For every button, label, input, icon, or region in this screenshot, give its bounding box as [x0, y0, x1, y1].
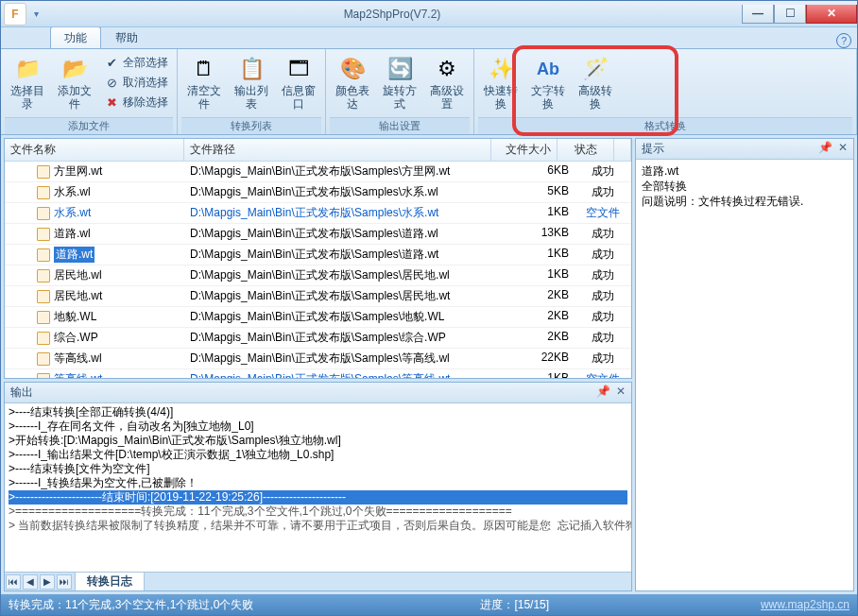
table-row[interactable]: 等高线.wlD:\Mapgis_Main\Bin\正式发布版\Samples\等… — [5, 349, 631, 369]
log-first[interactable]: ⏮ — [6, 574, 21, 590]
table-row[interactable]: 等高线.wtD:\Mapgis_Main\Bin\正式发布版\Samples\等… — [5, 369, 631, 378]
output-line: >----结束转换[文件为空文件] — [9, 462, 627, 476]
hint-panel: 提示 📌✕ 道路.wt 全部转换 问题说明：文件转换过程无错误. — [635, 138, 854, 591]
output-list-button[interactable]: 📋输出列表 — [229, 51, 274, 113]
grid-body[interactable]: 方里网.wtD:\Mapgis_Main\Bin\正式发布版\Samples\方… — [5, 162, 631, 378]
pin-icon[interactable]: 📌 — [596, 385, 610, 401]
hint-type: 全部转换 — [642, 179, 848, 194]
table-row[interactable]: 居民地.wlD:\Mapgis_Main\Bin\正式发布版\Samples\居… — [5, 265, 631, 286]
file-icon — [37, 186, 50, 199]
wand-icon: 🪄 — [580, 54, 610, 84]
output-title: 输出 📌✕ — [5, 383, 631, 403]
close-panel-icon[interactable]: ✕ — [616, 385, 626, 401]
output-line: >------I_转换结果为空文件,已被删除！ — [9, 476, 627, 490]
status-link[interactable]: www.map2shp.cn — [761, 598, 849, 611]
minimize-button[interactable] — [742, 5, 774, 24]
group-add-files: 📁选择目录 📂添加文件 ✔全部选择 ⊘取消选择 ✖移除选择 添加文件 — [1, 49, 178, 134]
workspace: 文件名称 文件路径 文件大小 状态 方里网.wtD:\Mapgis_Main\B… — [1, 135, 857, 594]
fast-convert-button[interactable]: ✨快速转换 — [478, 51, 523, 113]
table-row[interactable]: 水系.wlD:\Mapgis_Main\Bin\正式发布版\Samples\水系… — [5, 182, 631, 203]
hint-note: 问题说明：文件转换过程无错误. — [642, 194, 848, 209]
group-label: 转换列表 — [181, 117, 321, 134]
output-line: >------I_输出结果文件[D:\temp\校正演示数据_1\独立地物_L0… — [9, 448, 627, 462]
file-icon — [37, 165, 50, 179]
close-button[interactable] — [806, 5, 857, 24]
file-icon — [37, 290, 50, 303]
help-icon[interactable]: ? — [836, 33, 851, 48]
advanced-convert-button[interactable]: 🪄高级转换 — [573, 51, 618, 113]
quick-access-dropdown[interactable]: ▾ — [29, 9, 43, 19]
status-progress: 进度：[15/15] — [480, 597, 549, 613]
log-last[interactable]: ⏭ — [57, 574, 72, 590]
close-panel-icon[interactable]: ✕ — [838, 141, 848, 157]
table-row[interactable]: 道路.wlD:\Mapgis_Main\Bin\正式发布版\Samples\道路… — [5, 224, 631, 245]
tab-functions[interactable]: 功能 — [50, 26, 101, 48]
tab-help[interactable]: 帮助 — [101, 26, 152, 48]
group-format-convert: ✨快速转换 Ab文字转换 🪄高级转换 格式转换 — [474, 49, 857, 134]
file-icon — [37, 248, 50, 262]
file-grid-panel: 文件名称 文件路径 文件大小 状态 方里网.wtD:\Mapgis_Main\B… — [4, 138, 632, 379]
table-row[interactable]: 水系.wtD:\Mapgis_Main\Bin\正式发布版\Samples\水系… — [5, 203, 631, 224]
circle-cancel-icon: ⊘ — [104, 76, 119, 91]
rotate-icon: 🔄 — [385, 54, 415, 84]
rotate-button[interactable]: 🔄旋转方式 — [377, 51, 422, 113]
maximize-button[interactable] — [774, 5, 806, 24]
col-status[interactable]: 状态 — [558, 139, 614, 161]
table-row[interactable]: 道路.wtD:\Mapgis_Main\Bin\正式发布版\Samples\道路… — [5, 245, 631, 265]
remove-selection-button[interactable]: ✖移除选择 — [99, 93, 173, 112]
add-file-button[interactable]: 📂添加文件 — [52, 51, 97, 113]
palette-icon: 🎨 — [337, 54, 368, 84]
output-panel: 输出 📌✕ >----结束转换[全部正确转换(4/4)]>------I_存在同… — [4, 382, 632, 591]
col-size[interactable]: 文件大小 — [491, 139, 558, 161]
gear-icon: ⚙ — [432, 54, 462, 84]
app-window: F ▾ Map2ShpPro(V7.2) 功能 帮助 ? 📁选择目录 📂添加文件… — [0, 0, 858, 616]
text-convert-button[interactable]: Ab文字转换 — [525, 51, 571, 113]
col-path[interactable]: 文件路径 — [184, 139, 491, 161]
file-icon — [37, 373, 50, 379]
file-icon — [37, 352, 50, 366]
group-output-settings: 🎨颜色表达 🔄旋转方式 ⚙高级设置 输出设置 — [326, 49, 474, 134]
pin-icon[interactable]: 📌 — [818, 141, 832, 157]
output-line: > 当前数据转换结果被限制了转换精度，结果并不可靠，请不要用于正式项目，否则后果… — [9, 519, 627, 533]
table-row[interactable]: 居民地.wtD:\Mapgis_Main\Bin\正式发布版\Samples\居… — [5, 286, 631, 307]
wand-star-icon: ✨ — [486, 54, 516, 84]
remove-icon: ✖ — [104, 95, 119, 111]
group-label: 输出设置 — [330, 117, 470, 134]
app-menu-icon[interactable]: F — [4, 3, 26, 26]
group-label: 格式转换 — [478, 117, 852, 134]
group-label: 添加文件 — [5, 117, 173, 134]
hint-title-text: 提示 — [642, 141, 664, 157]
log-tabs: ⏮ ◀ ▶ ⏭ 转换日志 — [5, 572, 631, 590]
output-body[interactable]: >----结束转换[全部正确转换(4/4)]>------I_存在同名文件，自动… — [5, 403, 631, 572]
info-window-button[interactable]: 🗔信息窗口 — [276, 51, 321, 113]
hint-body: 道路.wt 全部转换 问题说明：文件转换过程无错误. — [636, 160, 853, 213]
folder-add-icon: 📂 — [60, 54, 90, 84]
file-icon — [37, 207, 50, 220]
log-prev[interactable]: ◀ — [23, 574, 38, 590]
advanced-settings-button[interactable]: ⚙高级设置 — [424, 51, 470, 113]
clear-icon: 🗒 — [189, 54, 219, 84]
group-convert-list: 🗒清空文件 📋输出列表 🗔信息窗口 转换列表 — [178, 49, 326, 134]
table-row[interactable]: 地貌.WLD:\Mapgis_Main\Bin\正式发布版\Samples\地貌… — [5, 307, 631, 328]
color-expr-button[interactable]: 🎨颜色表达 — [330, 51, 375, 113]
hint-file: 道路.wt — [642, 163, 848, 179]
window-title: Map2ShpPro(V7.2) — [43, 8, 742, 21]
select-all-button[interactable]: ✔全部选择 — [99, 53, 173, 73]
table-row[interactable]: 综合.WPD:\Mapgis_Main\Bin\正式发布版\Samples\综合… — [5, 328, 631, 349]
col-name[interactable]: 文件名称 — [5, 139, 184, 161]
output-line: >------I_存在同名文件，自动改名为[独立地物_L0] — [9, 419, 627, 434]
deselect-button[interactable]: ⊘取消选择 — [99, 73, 173, 93]
output-title-text: 输出 — [10, 385, 33, 401]
grid-header: 文件名称 文件路径 文件大小 状态 — [5, 139, 631, 162]
text-ab-icon: Ab — [533, 54, 563, 84]
output-line: >----结束转换[全部正确转换(4/4)] — [9, 405, 627, 419]
ribbon-tabs: 功能 帮助 ? — [1, 27, 857, 48]
select-dir-button[interactable]: 📁选择目录 — [5, 51, 50, 113]
table-row[interactable]: 方里网.wtD:\Mapgis_Main\Bin\正式发布版\Samples\方… — [5, 162, 631, 182]
info-window-icon: 🗔 — [283, 54, 314, 84]
status-summary: 转换完成：11个完成,3个空文件,1个跳过,0个失败 — [9, 597, 253, 613]
log-tab-convert[interactable]: 转换日志 — [75, 573, 145, 591]
clear-files-button[interactable]: 🗒清空文件 — [181, 51, 227, 113]
log-next[interactable]: ▶ — [40, 574, 55, 590]
file-icon — [37, 269, 50, 282]
